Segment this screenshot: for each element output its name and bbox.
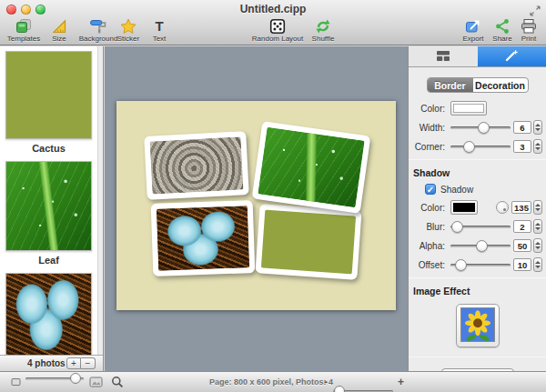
shadow-color-row: Color: 135 — [412, 200, 542, 215]
photo-count-label: 4 photos — [27, 358, 66, 368]
eggs-thumbnail-image — [5, 273, 92, 355]
image-effect-button[interactable] — [456, 304, 500, 347]
photo-thumbnail-leaf[interactable]: Leaf — [5, 161, 92, 268]
shadow-alpha-slider[interactable] — [450, 239, 511, 253]
sidebar-scrollbar[interactable] — [97, 46, 103, 355]
cactus-photo-image — [261, 210, 356, 275]
border-decoration-segmented-control: Border Decoration — [427, 77, 529, 93]
magnifier-icon — [111, 372, 124, 392]
thumbnail-size-slider-knob[interactable] — [70, 373, 81, 384]
thumbnail-size-large-icon — [89, 372, 103, 392]
export-button[interactable]: Export — [457, 17, 490, 45]
status-bar: Page: 800 x 600 pixel, Photos: 4 - + — [0, 371, 546, 392]
shuffle-button[interactable]: Shuffle — [306, 17, 340, 45]
border-width-slider-knob[interactable] — [478, 122, 490, 134]
sticker-icon — [119, 17, 137, 35]
photo-name: Cactus — [5, 139, 92, 156]
random-layout-button[interactable]: Random Layout — [249, 17, 306, 45]
shadow-angle-stepper[interactable] — [533, 200, 542, 215]
templates-icon — [15, 17, 33, 35]
tab-layout[interactable] — [409, 46, 478, 66]
border-color-label: Color: — [412, 104, 445, 114]
leaf-photo-image — [258, 127, 364, 207]
photo-list[interactable]: Cactus Leaf — [0, 46, 97, 355]
collage-photo-cactus[interactable] — [255, 204, 361, 280]
text-icon: T — [155, 17, 163, 35]
shadow-blur-stepper[interactable] — [533, 219, 542, 234]
shadow-color-well[interactable] — [450, 200, 478, 215]
thumbnail-size-slider[interactable] — [25, 372, 84, 385]
cactus-thumbnail-image — [5, 51, 92, 139]
border-width-value[interactable]: 6 — [513, 121, 531, 134]
sticker-button[interactable]: Sticker — [111, 17, 146, 45]
shadow-alpha-row: Alpha: 50 — [412, 238, 546, 253]
shadow-alpha-slider-knob[interactable] — [476, 240, 488, 252]
layout-grid-icon — [436, 50, 450, 64]
fullscreen-icon[interactable] — [530, 4, 541, 15]
photo-thumbnail-eggs[interactable] — [5, 273, 92, 355]
shadow-checkbox[interactable] — [425, 184, 436, 195]
segment-decoration[interactable]: Decoration — [473, 78, 528, 92]
border-width-label: Width: — [412, 123, 445, 133]
shadow-alpha-value[interactable]: 50 — [513, 239, 531, 252]
collage-photo-spiral[interactable] — [144, 131, 249, 200]
canvas-zoom-slider-knob[interactable] — [334, 386, 345, 392]
shadow-color-label: Color: — [412, 203, 445, 213]
collage-page[interactable] — [116, 101, 396, 310]
size-icon — [51, 17, 67, 35]
shadow-blur-row: Blur: 2 — [412, 219, 546, 234]
eggs-photo-image — [157, 206, 249, 270]
shadow-blur-slider[interactable] — [450, 220, 511, 234]
text-button[interactable]: T Text — [146, 17, 173, 45]
zoom-in-button[interactable]: + — [398, 372, 404, 392]
export-icon — [464, 17, 482, 35]
page-info-label: Page: 800 x 600 pixel, Photos: 4 — [209, 372, 333, 392]
background-icon — [89, 17, 107, 35]
window-header: Untitled.cipp Templates Size — [0, 0, 546, 45]
border-corner-slider[interactable] — [450, 140, 511, 154]
thumbnail-size-small-icon — [11, 372, 21, 392]
shadow-offset-slider[interactable] — [450, 258, 511, 272]
remove-photo-button[interactable]: − — [81, 357, 96, 369]
share-icon — [494, 17, 511, 35]
photo-count-bar: 4 photos + − — [0, 355, 103, 371]
shadow-offset-slider-knob[interactable] — [455, 259, 467, 271]
shadow-angle-dial[interactable] — [496, 201, 509, 214]
border-corner-slider-knob[interactable] — [463, 141, 475, 153]
zoom-out-button[interactable]: - — [324, 372, 328, 392]
border-corner-row: Corner: 3 — [412, 139, 546, 154]
shadow-blur-value[interactable]: 2 — [513, 220, 531, 233]
collage-photo-eggs[interactable] — [151, 200, 256, 276]
border-corner-value[interactable]: 3 — [513, 140, 531, 153]
shadow-offset-label: Offset: — [412, 260, 445, 270]
border-corner-stepper[interactable] — [533, 139, 542, 154]
photo-sidebar: Cactus Leaf 4 photos + − — [0, 46, 104, 371]
border-corner-label: Corner: — [412, 142, 445, 152]
shadow-blur-slider-knob[interactable] — [451, 221, 463, 233]
segment-border[interactable]: Border — [428, 78, 473, 92]
border-color-well[interactable] — [450, 101, 487, 116]
templates-button[interactable]: Templates — [2, 17, 46, 45]
shadow-offset-stepper[interactable] — [533, 257, 542, 272]
shadow-angle-value[interactable]: 135 — [511, 201, 531, 214]
print-button[interactable]: Print — [515, 17, 542, 45]
photo-name: Leaf — [5, 251, 92, 268]
collage-workspace — [105, 46, 408, 371]
border-width-stepper[interactable] — [533, 120, 542, 135]
shadow-checkbox-row: Shadow — [425, 183, 546, 196]
image-effect-section-title: Image Effect — [409, 281, 546, 297]
add-photo-button[interactable]: + — [66, 357, 81, 369]
share-button[interactable]: Share — [490, 17, 515, 45]
border-width-slider[interactable] — [450, 121, 511, 135]
shadow-alpha-stepper[interactable] — [533, 238, 542, 253]
shadow-offset-value[interactable]: 10 — [513, 258, 531, 271]
collage-photo-leaf[interactable] — [252, 121, 371, 214]
magic-wand-icon — [504, 48, 519, 65]
tab-effects[interactable] — [478, 46, 546, 66]
toolbar: Templates Size Background Sticke — [0, 17, 546, 45]
inspector-tabs — [409, 46, 546, 67]
canvas-zoom-slider[interactable] — [333, 385, 393, 392]
size-button[interactable]: Size — [46, 17, 73, 45]
shuffle-icon — [314, 17, 332, 35]
photo-thumbnail-cactus[interactable]: Cactus — [5, 51, 92, 156]
